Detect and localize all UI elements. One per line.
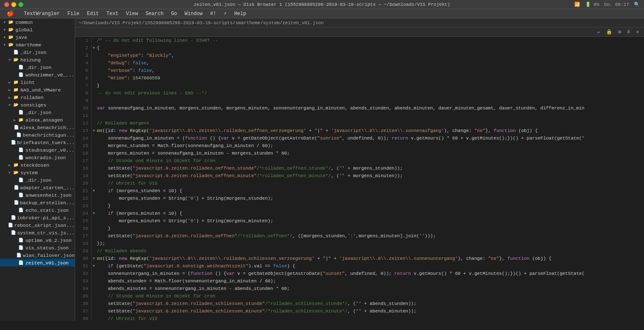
sidebar-item-system[interactable]: ▼📂system	[0, 169, 75, 176]
fold-arrow-icon[interactable]: ▼	[92, 210, 97, 217]
chevron-icon[interactable]: ▶	[7, 79, 13, 85]
menu-view[interactable]: View	[123, 10, 141, 18]
code-line: abends_stunden = Math.floor(sonnenunterg…	[97, 277, 644, 285]
menu-text[interactable]: Text	[103, 10, 122, 18]
file-icon: 📄	[18, 245, 24, 251]
line-number: 4	[78, 59, 88, 67]
chevron-icon[interactable]: ▶	[7, 94, 13, 100]
close-button[interactable]	[4, 2, 9, 7]
maximize-button[interactable]	[18, 2, 23, 7]
code-text: }	[97, 82, 100, 89]
sidebar-item-label: global	[15, 27, 33, 33]
chevron-icon[interactable]: ▼	[7, 57, 13, 63]
sidebar-item-briefkasten[interactable]: 📄briefkasten_tuerk...	[0, 139, 75, 146]
code-line: setState("javascript.0.zeiten.rolladen_s…	[97, 300, 644, 307]
sidebar-item-rolladen[interactable]: ▶📁rolladen	[0, 94, 75, 101]
fold-arrow-icon[interactable]: ▼	[92, 187, 97, 195]
sidebar-item-sonstiges[interactable]: ▼📂sonstiges	[0, 101, 75, 109]
file-icon: 📄	[18, 72, 24, 78]
sidebar-item-system_ctr[interactable]: 📄system_ctr_vis.js...	[0, 229, 75, 236]
sidebar-item-label: smarthome	[15, 42, 41, 48]
line-number: 16	[78, 150, 88, 157]
fold-arrow-icon[interactable]: ▼	[92, 255, 97, 262]
sidebar-item-java[interactable]: ▼📂java	[0, 33, 75, 41]
chevron-icon[interactable]: ▼	[2, 19, 8, 25]
code-text: // Rolladen morgens	[97, 119, 149, 127]
chevron-icon[interactable]: ▼	[2, 27, 8, 33]
sidebar-item-dir_json_sm[interactable]: 📄_dir.json	[0, 48, 75, 56]
sidebar-item-staubsauger[interactable]: 📄staubsauger_v0...	[0, 146, 75, 154]
sidebar-item-heizung[interactable]: ▼📂heizung	[0, 56, 75, 63]
sidebar-item-wlan_failover[interactable]: 📄wlan_failover.json	[0, 251, 75, 259]
sidebar-item-backup_erstellen[interactable]: 📄backup_erstellen...	[0, 199, 75, 206]
fold-arrow-icon[interactable]: ▼	[92, 44, 97, 52]
split-icon[interactable]: #	[626, 29, 632, 36]
sidebar-item-alexa_ben[interactable]: 📄alexa_benachrich...	[0, 124, 75, 131]
menu-file[interactable]: File	[64, 10, 83, 18]
code-line	[97, 112, 644, 119]
sidebar-item-dir_json_s[interactable]: 📄_dir.json	[0, 109, 75, 116]
menu-go[interactable]: Go	[168, 10, 180, 18]
sidebar-item-iobroker[interactable]: 📄iobroker-pi_api_s...	[0, 214, 75, 221]
traffic-lights[interactable]	[4, 2, 23, 7]
sidebar-item-alexa_ansagen[interactable]: ▶📁alexa_ansagen	[0, 116, 75, 124]
menu-help[interactable]: Help	[231, 10, 250, 18]
sidebar-item-uptime[interactable]: 📄uptime_v0_2.json	[0, 236, 75, 244]
sidebar-item-vis_status[interactable]: 📄vis_status.json	[0, 244, 75, 251]
code-text: var sonnenaufgang_in_minuten, morgens_st…	[97, 104, 584, 112]
editor-toolbar: ✏️ 🔒 ⚙ # ✕	[75, 28, 644, 37]
sidebar-item-adapter_starten[interactable]: 📄adapter_starten_...	[0, 184, 75, 191]
sidebar-item-label: licht	[20, 80, 35, 85]
menu-window[interactable]: Window	[181, 10, 206, 18]
layout-icon[interactable]: ⚙	[616, 28, 623, 36]
edit-icon[interactable]: ✏️	[596, 28, 602, 36]
chevron-icon[interactable]: ▶	[7, 162, 13, 168]
file-icon: 📄	[13, 200, 18, 206]
sidebar-item-reboot_skript[interactable]: 📄reboot_skript.json...	[0, 221, 75, 229]
sidebar-item-label: alexa_benachrich...	[20, 125, 75, 130]
sidebar-item-dir_json_h[interactable]: 📄_dir.json	[0, 63, 75, 71]
chevron-icon[interactable]: ▶	[7, 87, 13, 93]
menu-search[interactable]: Search	[142, 10, 167, 18]
chevron-icon[interactable]: ▼	[7, 102, 13, 108]
menu-hash[interactable]: #!	[207, 10, 220, 18]
sidebar-item-global[interactable]: ▼📂global	[0, 26, 75, 33]
fold-arrow-icon[interactable]: ▼	[92, 127, 97, 135]
sidebar-item-benachrich[interactable]: 📄benachrichtigun...	[0, 131, 75, 139]
sidebar-item-anwesenheit[interactable]: 📄anwesenheit.json	[0, 191, 75, 199]
code-line: setState("javascript.0.zeiten.rolladen_o…	[97, 165, 644, 172]
sidebar-item-label: anwesenheit.json	[25, 193, 71, 198]
sidebar-item-zeiten_v01[interactable]: 📄zeiten_v01.json	[0, 259, 75, 267]
minimize-button[interactable]	[11, 2, 16, 7]
sidebar-item-label: wlan_failover.json	[23, 253, 75, 258]
code-line: }	[97, 225, 644, 232]
sidebar-item-steckdosen[interactable]: ▶📁steckdosen	[0, 161, 75, 169]
search-icon[interactable]: 🔍	[634, 2, 640, 7]
fold-arrow-icon[interactable]: ▼	[92, 262, 97, 270]
code-line: "debug": false,	[97, 59, 644, 67]
sidebar-item-wohnzimmer[interactable]: 📄wohnzimmer_v0_...	[0, 71, 75, 79]
wifi-icon: 📶	[574, 2, 580, 7]
sidebar-item-licht[interactable]: ▶📁licht	[0, 79, 75, 86]
code-text: setState("javascript.0.zeiten.rolladen_s…	[97, 307, 417, 315]
sidebar-item-common[interactable]: ▼📂common	[0, 18, 75, 26]
sidebar-item-label: NAS_und_VMware	[20, 87, 61, 93]
chevron-icon[interactable]: ▼	[2, 34, 8, 40]
menu-edit[interactable]: Edit	[83, 10, 102, 18]
sidebar-item-echo_stati[interactable]: 📄echo_stati.json	[0, 206, 75, 214]
code-editor[interactable]: 1234567891011121314151617181920212223242…	[75, 37, 644, 321]
sidebar-item-dir_json_sys[interactable]: 📄_dir.json	[0, 176, 75, 184]
sidebar-item-smarthome[interactable]: ▼📂smarthome	[0, 41, 75, 48]
sidebar-item-nas[interactable]: ▶📁NAS_und_VMware	[0, 86, 75, 94]
chevron-icon[interactable]: ▼	[2, 42, 8, 48]
line-number: 37	[78, 307, 88, 315]
menu-bolt[interactable]: ⚡	[220, 10, 230, 18]
menu-textwrangler[interactable]: TextWrangler	[20, 10, 63, 18]
sidebar-item-weckradio[interactable]: 📄weckradio.json	[0, 154, 75, 161]
chevron-icon[interactable]: ▼	[7, 170, 13, 175]
apple-menu[interactable]: 🍎	[3, 9, 17, 18]
chevron-icon[interactable]: ▶	[12, 117, 18, 123]
lock-icon[interactable]: 🔒	[604, 28, 614, 36]
close-tab-icon[interactable]: ✕	[634, 28, 641, 36]
line-number: 13	[78, 127, 88, 135]
